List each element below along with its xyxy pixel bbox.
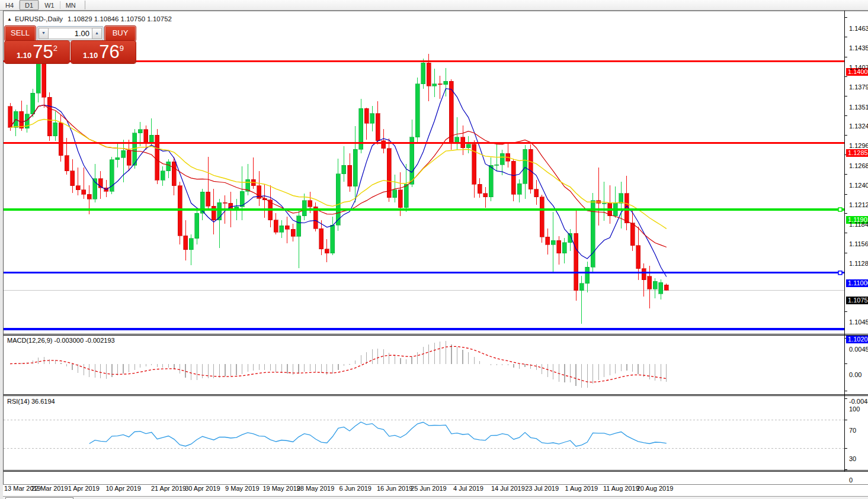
rsi-indicator-label: RSI(14) 36.6194 [7, 398, 55, 405]
candle-body [495, 165, 499, 165]
chart-title: ▲EURUSD-,Daily1.10829 1.10846 1.10750 1.… [7, 15, 172, 22]
timeframe-h4-button[interactable]: H4 [0, 0, 19, 10]
macd-axis-tick: -0.004806 [849, 398, 868, 405]
candle-body [636, 246, 640, 269]
candle-body [370, 114, 374, 124]
sell-price-button[interactable]: 1.10752 [5, 41, 69, 63]
candle-body [540, 197, 544, 237]
candle-body [398, 190, 402, 208]
volume-increase-button[interactable]: ▲ [92, 28, 102, 39]
candle-body [71, 171, 75, 186]
buy-price-button[interactable]: 1.10769 [71, 41, 136, 63]
timeframe-mn-button[interactable]: MN [60, 0, 81, 10]
price-axis-tick: 1.11845 [849, 221, 868, 228]
macd-indicator-label: MACD(12,26,9) -0.003000 -0.002193 [7, 337, 115, 344]
candle-body [404, 184, 408, 207]
candle-body [36, 63, 40, 93]
candle-body [172, 162, 176, 185]
date-axis-label: 30 Apr 2019 [185, 485, 220, 492]
macd-axis-tick: 0.004517 [849, 346, 868, 353]
price-axis-tick: 1.12120 [849, 201, 868, 208]
candle-body [285, 226, 289, 229]
candle-body [325, 249, 329, 253]
date-axis-label: 28 May 2019 [297, 485, 335, 492]
volume-spinner: ▼ ▲ [37, 26, 104, 41]
volume-input[interactable] [49, 28, 92, 39]
price-axis-tick: 1.12960 [849, 142, 868, 149]
rsi-axis-tick: 70 [849, 427, 856, 434]
candle-body [619, 194, 623, 204]
candle-body [342, 165, 346, 173]
sell-price-pip: 2 [53, 44, 57, 53]
candle-body [76, 186, 80, 190]
date-axis-label: 25 Jun 2019 [411, 485, 447, 492]
candle-body [155, 135, 159, 180]
candle-body [653, 281, 657, 289]
line-endpoint-marker [838, 208, 842, 211]
candle-body [579, 284, 584, 291]
toolbar-separator [85, 1, 85, 9]
candle-body [116, 157, 120, 160]
timeframe-d1-button[interactable]: D1 [20, 0, 39, 10]
candle-body [184, 236, 188, 250]
price-axis-tick: 1.11565 [849, 240, 868, 247]
candle-body [546, 237, 550, 244]
candle-body [31, 93, 35, 114]
chart-canvas[interactable] [3, 11, 868, 499]
candle-body [189, 239, 193, 250]
candle-body [121, 150, 126, 157]
one-click-trading-panel: SELL ▼ ▲ BUY 1.10752 1.10769 [5, 26, 136, 63]
timeframe-w1-button[interactable]: W1 [39, 0, 60, 10]
date-axis: 13 Mar 201922 Mar 20191 Apr 201910 Apr 2… [3, 484, 844, 495]
price-axis-tick: 1.14075 [849, 64, 868, 71]
triangle-up-icon: ▲ [95, 31, 99, 35]
collapse-arrow-icon[interactable]: ▲ [7, 17, 12, 22]
candle-body [82, 190, 86, 194]
buy-price-prefix: 1.10 [83, 51, 98, 60]
candle-body [87, 194, 91, 199]
macd-axis-tick: 0.00 [849, 371, 861, 378]
date-axis-label: 1 Apr 2019 [68, 485, 100, 492]
chart-window: ▲EURUSD-,Daily1.10829 1.10846 1.10750 1.… [0, 11, 868, 499]
candle-body [500, 153, 504, 165]
date-axis-label: 6 Jun 2019 [339, 485, 371, 492]
price-axis-tick: 1.10450 [849, 318, 868, 326]
candle-body [410, 137, 414, 184]
rsi-axis-tick: 100 [849, 405, 860, 413]
candle-body [302, 201, 306, 216]
candle-body [336, 174, 340, 226]
candle-body [602, 203, 606, 204]
date-axis-label: 14 Jul 2019 [491, 485, 525, 492]
candle-body [438, 84, 442, 85]
candle-body [212, 206, 216, 220]
price-axis-tick: 1.11285 [849, 260, 868, 267]
candle-body [523, 149, 527, 183]
price-level-tag: 1.11000 [846, 279, 868, 287]
candle-body [642, 269, 646, 280]
candle-body [308, 201, 312, 207]
triangle-down-icon: ▼ [41, 31, 46, 35]
candle-body [42, 63, 46, 97]
candle-body [529, 149, 533, 189]
price-axis-tick: 1.12680 [849, 162, 868, 169]
candle-body [161, 171, 165, 180]
buy-button[interactable]: BUY [105, 26, 136, 41]
sell-button[interactable]: SELL [5, 26, 36, 41]
price-axis: 1.140091.128511.119011.110001.102011.107… [845, 11, 868, 484]
candle-body [489, 165, 493, 197]
price-axis-tick: 1.13240 [849, 123, 868, 130]
buy-price-big: 76 [99, 41, 119, 63]
candle-body [574, 233, 578, 290]
candle-body [517, 183, 521, 194]
date-axis-label: 20 Aug 2019 [637, 485, 674, 492]
candle-body [138, 130, 142, 133]
volume-decrease-button[interactable]: ▼ [39, 28, 49, 39]
candle-body [557, 240, 561, 253]
candle-body [630, 223, 635, 246]
candle-body [280, 226, 284, 232]
date-axis-label: 11 Aug 2019 [603, 485, 639, 492]
date-axis-label: 21 Apr 2019 [151, 485, 186, 492]
rsi-axis-tick: 0 [849, 477, 853, 484]
buy-price-pip: 9 [120, 44, 124, 53]
date-axis-label: 9 May 2019 [225, 485, 259, 492]
